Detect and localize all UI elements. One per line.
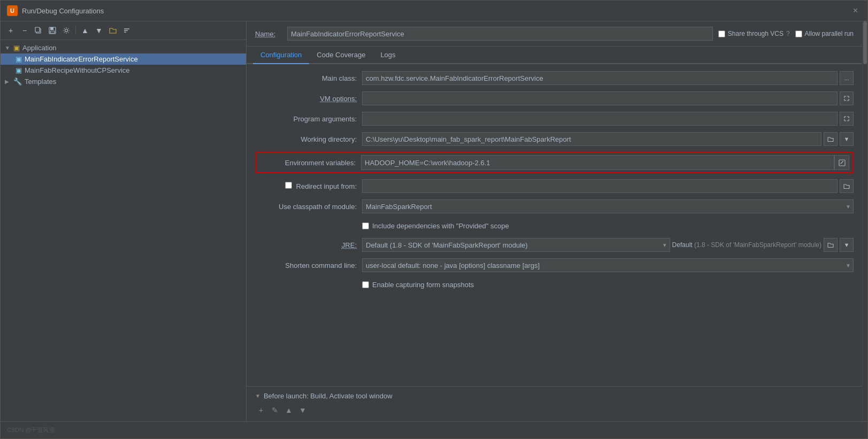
redirect-input-row: Redirect input from:	[255, 179, 854, 194]
allow-parallel-label: Allow parallel run	[805, 30, 854, 37]
classpath-row: Use classpath of module: MainFabSparkRep…	[255, 199, 854, 214]
svg-rect-4	[50, 31, 55, 33]
env-vars-label: Environment variables:	[259, 159, 361, 167]
jre-hint: Default (1.8 - SDK of 'MainFabSparkRepor…	[672, 241, 821, 249]
redirect-checkbox[interactable]	[285, 182, 292, 189]
before-launch-edit-btn[interactable]: ✎	[269, 404, 281, 416]
main-class-input-group: ...	[362, 71, 854, 85]
templates-label: Templates	[25, 78, 56, 86]
close-button[interactable]: ×	[850, 5, 861, 17]
name-label: Name:	[255, 30, 282, 38]
enable-snapshots-row: Enable capturing form snapshots	[362, 278, 854, 291]
left-panel: + − ▲ ▼	[1, 21, 247, 421]
jre-value: Default	[672, 241, 693, 249]
classpath-label: Use classpath of module:	[255, 203, 362, 211]
enable-snapshots-label: Enable capturing form snapshots	[372, 281, 474, 289]
working-dir-label: Working directory:	[255, 135, 362, 143]
right-scrollbar[interactable]	[862, 21, 867, 421]
before-launch-section: ▼ Before launch: Build, Activate tool wi…	[247, 386, 862, 421]
include-deps-checkbox[interactable]	[362, 222, 369, 229]
sort-button[interactable]	[121, 25, 133, 36]
jre-dropdown-btn2[interactable]: ▼	[840, 238, 854, 252]
before-launch-label: Before launch: Build, Activate tool wind…	[264, 392, 393, 400]
before-launch-toolbar: + ✎ ▲ ▼	[255, 404, 854, 416]
redirect-browse-btn[interactable]	[840, 179, 854, 193]
working-dir-browse-btn[interactable]	[824, 132, 838, 146]
tree-item-templates[interactable]: ▶ 🔧 Templates	[1, 76, 246, 87]
env-vars-row: Environment variables:	[255, 152, 854, 173]
shorten-row: Shorten command line: user-local default…	[255, 258, 854, 273]
working-dir-dropdown-btn[interactable]: ▼	[840, 132, 854, 146]
name-input[interactable]	[287, 27, 713, 41]
before-launch-up-btn[interactable]: ▲	[283, 404, 295, 416]
program-args-input[interactable]	[362, 112, 838, 126]
jre-browse-btn[interactable]	[824, 238, 838, 252]
templates-arrow: ▶	[5, 79, 12, 84]
vm-options-expand-btn[interactable]	[840, 91, 854, 105]
tree: ▼ ▣ Application ▣ MainFabIndicatorErrorR…	[1, 40, 246, 421]
main-class-browse-btn[interactable]: ...	[840, 71, 854, 85]
tree-item-application[interactable]: ▼ ▣ Application	[1, 42, 246, 53]
allow-parallel-checkbox[interactable]	[795, 30, 802, 37]
enable-snapshots-checkbox[interactable]	[362, 281, 369, 288]
move-down-button[interactable]: ▼	[93, 25, 105, 36]
env-vars-edit-btn[interactable]	[834, 155, 849, 170]
share-vcs-checkbox[interactable]	[718, 30, 725, 37]
share-vcs-label: Share through VCS	[728, 30, 783, 37]
run-debug-dialog: U Run/Debug Configurations × + − ▲	[0, 0, 868, 439]
classpath-dropdown: MainFabSparkReport ▼	[362, 199, 854, 213]
share-vcs-row: Share through VCS ?	[718, 30, 790, 37]
program-args-label: Program arguments:	[255, 115, 362, 123]
config-icon2: ▣	[16, 66, 22, 74]
folder-icon: ▣	[13, 44, 20, 52]
vm-options-row: VM options:	[255, 91, 854, 106]
name-row: Name: Share through VCS ? Allow parallel…	[247, 21, 862, 47]
settings-button[interactable]	[60, 25, 72, 36]
add-button[interactable]: +	[5, 25, 17, 36]
remove-button[interactable]: −	[19, 25, 30, 36]
before-launch-add-btn[interactable]: +	[255, 404, 267, 416]
vm-options-label: VM options:	[255, 95, 362, 103]
jre-row: JRE: Default (1.8 - SDK of 'MainFabSpark…	[255, 237, 854, 252]
working-dir-input[interactable]	[362, 132, 821, 146]
main-class-row: Main class: ...	[255, 71, 854, 86]
title-bar-left: U Run/Debug Configurations	[7, 5, 104, 16]
main-class-input[interactable]	[362, 71, 838, 85]
main-class-label: Main class:	[255, 74, 362, 82]
toolbar-separator	[75, 26, 76, 35]
tree-item-main-fab-recipe[interactable]: ▣ MainFabRecipeWithoutCPService	[1, 65, 246, 76]
env-vars-input[interactable]	[361, 155, 834, 170]
before-launch-arrow: ▼	[255, 393, 260, 399]
item2-label: MainFabRecipeWithoutCPService	[25, 66, 130, 74]
include-deps-label: Include dependencies with "Provided" sco…	[372, 222, 509, 230]
save-button[interactable]	[47, 25, 58, 36]
jre-input-group: Default (1.8 - SDK of 'MainFabSparkRepor…	[362, 238, 854, 252]
redirect-label: Redirect input from:	[255, 182, 362, 190]
help-icon[interactable]: ?	[786, 30, 790, 37]
tab-code-coverage[interactable]: Code Coverage	[309, 47, 373, 64]
tabs: Configuration Code Coverage Logs	[247, 47, 862, 64]
tab-configuration[interactable]: Configuration	[253, 47, 309, 64]
tree-item-main-fab-indicator[interactable]: ▣ MainFabIndicatorErrorReportService	[1, 53, 246, 65]
folder-button[interactable]	[107, 25, 119, 36]
svg-point-5	[65, 29, 68, 32]
program-args-expand-btn[interactable]	[840, 112, 854, 126]
vm-options-input-group	[362, 91, 854, 105]
vm-options-input[interactable]	[362, 91, 838, 105]
jre-select[interactable]: Default (1.8 - SDK of 'MainFabSparkRepor…	[362, 238, 670, 252]
tab-logs[interactable]: Logs	[373, 47, 403, 64]
shorten-label: Shorten command line:	[255, 261, 362, 269]
svg-rect-1	[35, 27, 40, 32]
move-up-button[interactable]: ▲	[79, 25, 91, 36]
main-content: + − ▲ ▼	[1, 21, 867, 421]
jre-label: JRE:	[255, 241, 362, 249]
before-launch-down-btn[interactable]: ▼	[297, 404, 309, 416]
jre-dropdown: Default (1.8 - SDK of 'MainFabSparkRepor…	[362, 238, 670, 252]
copy-button[interactable]	[33, 25, 44, 36]
classpath-select[interactable]: MainFabSparkReport	[362, 199, 854, 213]
redirect-input[interactable]	[362, 179, 838, 193]
before-launch-header[interactable]: ▼ Before launch: Build, Activate tool wi…	[255, 392, 854, 400]
shorten-select[interactable]: user-local default: none - java [options…	[362, 258, 854, 272]
left-toolbar: + − ▲ ▼	[1, 21, 246, 40]
program-args-row: Program arguments:	[255, 111, 854, 126]
